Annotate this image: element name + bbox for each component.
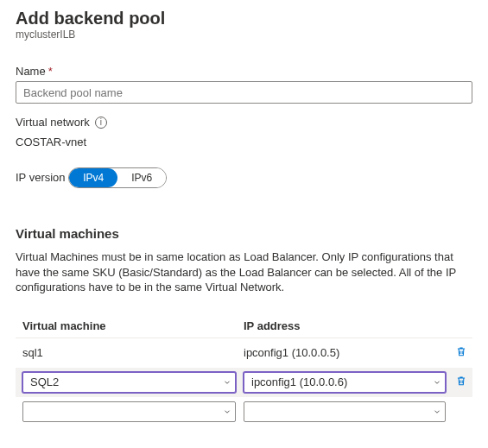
col-header-vm: Virtual machine bbox=[16, 319, 240, 332]
required-asterisk: * bbox=[48, 65, 53, 78]
backend-pool-name-input[interactable] bbox=[16, 81, 472, 104]
chevron-down-icon bbox=[433, 378, 441, 387]
resource-subtitle: myclusterILB bbox=[16, 28, 472, 41]
info-icon[interactable]: i bbox=[95, 117, 107, 129]
ip-version-toggle[interactable]: IPv4 IPv6 bbox=[68, 167, 167, 188]
ip-select-value: ipconfig1 (10.0.0.6) bbox=[251, 375, 347, 388]
name-label: Name * bbox=[16, 65, 53, 78]
vnet-label-text: Virtual network bbox=[16, 116, 90, 129]
trash-icon bbox=[455, 345, 467, 357]
chevron-down-icon bbox=[433, 407, 441, 416]
ip-cell: ipconfig1 (10.0.0.5) bbox=[244, 346, 339, 359]
delete-row-button[interactable] bbox=[455, 345, 467, 360]
ip-select[interactable] bbox=[244, 401, 446, 422]
vm-table: Virtual machine IP address sql1 ipconfig… bbox=[16, 314, 472, 426]
page-title: Add backend pool bbox=[16, 7, 472, 28]
ipv4-option[interactable]: IPv4 bbox=[69, 168, 117, 187]
chevron-down-icon bbox=[223, 378, 231, 387]
vm-select[interactable]: SQL2 bbox=[22, 372, 236, 393]
ipv6-option[interactable]: IPv6 bbox=[117, 168, 166, 187]
col-header-ip: IP address bbox=[240, 319, 450, 332]
vm-select-value: SQL2 bbox=[30, 375, 59, 388]
vnet-value: COSTAR-vnet bbox=[16, 136, 472, 148]
delete-row-button[interactable] bbox=[455, 375, 467, 389]
vm-section-heading: Virtual machines bbox=[16, 226, 472, 241]
vnet-label: Virtual network i bbox=[16, 116, 107, 129]
chevron-down-icon bbox=[223, 407, 231, 416]
table-row bbox=[16, 397, 472, 426]
ip-version-label: IP version bbox=[16, 171, 66, 184]
ip-select[interactable]: ipconfig1 (10.0.0.6) bbox=[244, 372, 446, 393]
vm-select[interactable] bbox=[22, 401, 236, 422]
vm-name-cell: sql1 bbox=[22, 346, 43, 359]
name-label-text: Name bbox=[16, 65, 46, 78]
trash-icon bbox=[455, 375, 467, 387]
table-row: sql1 ipconfig1 (10.0.0.5) bbox=[16, 338, 472, 368]
vm-section-description: Virtual Machines must be in same locatio… bbox=[16, 249, 472, 295]
table-row: SQL2 ipconfig1 (10.0.0.6) bbox=[16, 368, 472, 397]
